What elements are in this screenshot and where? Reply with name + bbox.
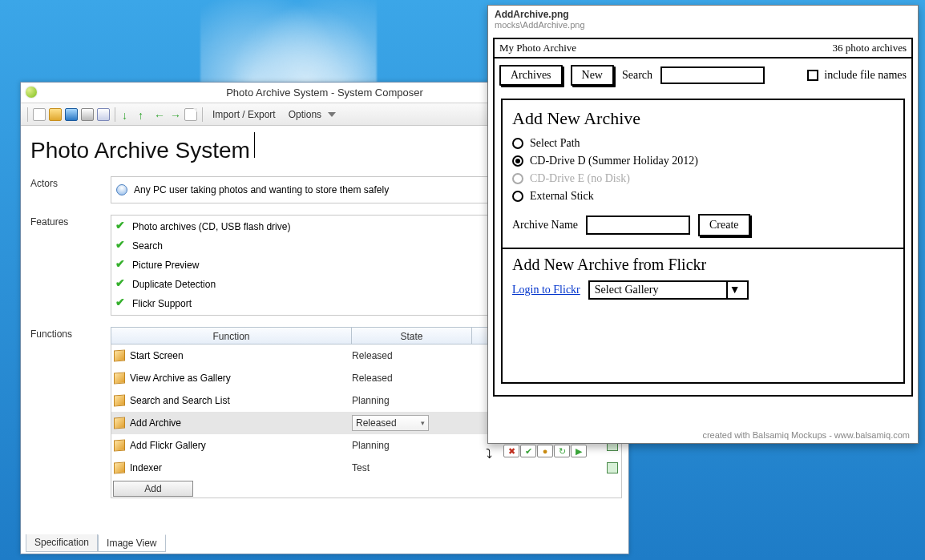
arrow-down-icon[interactable] <box>120 108 133 121</box>
radio-select-path[interactable]: Select Path <box>512 137 894 150</box>
document-icon[interactable] <box>184 108 197 121</box>
include-filenames-option[interactable]: include file names <box>807 69 907 82</box>
cube-icon <box>114 461 125 473</box>
check-icon <box>116 298 127 309</box>
mock-window-path: mocks\AddArchive.png <box>488 20 918 33</box>
cube-icon <box>114 439 125 451</box>
options-dropdown-icon[interactable] <box>328 112 336 117</box>
row-confirm-icon[interactable]: ✔ <box>520 445 536 457</box>
search-label: Search <box>622 69 652 82</box>
radio-icon-selected <box>512 155 523 167</box>
radio-cd-e-disabled: CD-Drive E (no Disk) <box>512 172 894 185</box>
new-icon[interactable] <box>33 108 46 121</box>
menu-import-export[interactable]: Import / Export <box>208 107 281 122</box>
checkbox-icon <box>807 70 818 81</box>
archive-count: 36 photo archives <box>833 42 907 54</box>
save-icon[interactable] <box>65 108 78 121</box>
col-function[interactable]: Function <box>111 328 352 344</box>
col-state[interactable]: State <box>352 328 472 344</box>
check-icon <box>116 260 127 271</box>
arrow-left-icon[interactable] <box>152 108 165 121</box>
row-run-icon[interactable]: ▶ <box>571 445 587 457</box>
create-button[interactable]: Create <box>698 214 750 236</box>
user-icon <box>116 184 127 195</box>
mock-body: Add New Archive Select Path CD-Drive D (… <box>501 99 905 384</box>
menu-options[interactable]: Options <box>284 107 326 122</box>
mock-footer: created with Balsamiq Mockups - www.bals… <box>702 430 910 440</box>
mockup-window: AddArchive.png mocks\AddArchive.png My P… <box>487 5 919 444</box>
row-delete-icon[interactable]: ✖ <box>503 445 519 457</box>
link-icon[interactable] <box>607 462 618 473</box>
divider <box>503 248 903 249</box>
cube-icon <box>114 349 125 361</box>
mock-canvas: My Photo Archive 36 photo archives Archi… <box>493 38 913 397</box>
arrow-up-icon[interactable] <box>136 108 149 121</box>
paste-icon[interactable] <box>97 108 110 121</box>
app-icon <box>26 87 37 98</box>
section-heading-add-archive: Add New Archive <box>512 108 894 129</box>
page-title[interactable]: Photo Archive System <box>30 136 253 165</box>
tab-specification[interactable]: Specification <box>26 534 98 552</box>
row-action-chips: ✖ ✔ ● ↻ ▶ <box>503 445 587 457</box>
bottom-tabs: Specification Image View <box>26 534 166 552</box>
text-caret <box>254 132 255 158</box>
state-dropdown[interactable]: Released ▾ <box>352 415 429 431</box>
actors-text: Any PC user taking photos and wanting to… <box>134 184 389 195</box>
archive-name-input[interactable] <box>586 216 690 235</box>
chevron-down-icon: ▾ <box>421 419 425 427</box>
table-add-row: Add <box>111 479 622 498</box>
add-button[interactable]: Add <box>113 481 193 497</box>
cube-icon <box>114 417 125 429</box>
mock-titlebar: My Photo Archive 36 photo archives <box>495 39 911 58</box>
login-flickr-link[interactable]: Login to Flickr <box>512 284 580 296</box>
label-archive-name: Archive Name <box>512 219 578 232</box>
check-icon <box>116 221 127 232</box>
copy-icon[interactable] <box>81 108 94 121</box>
radio-external-stick[interactable]: External Stick <box>512 190 894 203</box>
section-heading-flickr: Add New Archive from Flickr <box>512 256 894 274</box>
mouse-cursor-icon: ⤵ <box>486 447 492 461</box>
search-input[interactable] <box>660 66 765 84</box>
chevron-down-icon: ▼ <box>726 282 742 298</box>
cube-icon <box>114 372 125 384</box>
row-warn-icon[interactable]: ● <box>537 445 553 457</box>
row-refresh-icon[interactable]: ↻ <box>554 445 570 457</box>
new-button[interactable]: New <box>571 65 614 86</box>
radio-cd-d[interactable]: CD-Drive D (Summer Holiday 2012) <box>512 155 894 167</box>
tab-image-view[interactable]: Image View <box>98 534 165 552</box>
window-title: Photo Archive System - System Composer <box>226 87 423 99</box>
arrow-right-icon[interactable] <box>168 108 181 121</box>
mock-toolbar: Archives New Search include file names <box>495 58 911 92</box>
label-features: Features <box>30 215 111 316</box>
radio-icon-disabled <box>512 173 523 184</box>
radio-icon <box>512 191 523 202</box>
label-actors: Actors <box>30 176 111 203</box>
cube-icon <box>114 394 125 406</box>
check-icon <box>116 279 127 290</box>
select-gallery-dropdown[interactable]: Select Gallery ▼ <box>588 280 749 300</box>
archives-button[interactable]: Archives <box>499 65 563 86</box>
archive-title: My Photo Archive <box>499 42 576 54</box>
table-row[interactable]: Indexer Test <box>111 457 622 479</box>
check-icon <box>116 240 127 252</box>
open-folder-icon[interactable] <box>49 108 62 121</box>
label-functions: Functions <box>30 327 111 498</box>
mock-window-title: AddArchive.png <box>488 6 918 20</box>
radio-icon <box>512 138 523 149</box>
